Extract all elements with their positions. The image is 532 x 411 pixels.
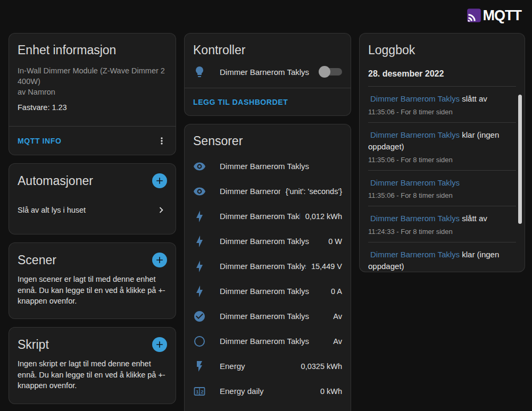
sensors-card: Sensorer Dimmer Barnerom Taklys Dimme [184,124,351,411]
sensors-title: Sensorer [193,134,342,148]
lightbulb-icon [193,65,206,78]
sensor-value: 15,449 V [306,262,342,271]
sensor-row[interactable]: Energy 0,0325 kWh [193,354,342,379]
sensor-value: Av [328,312,342,321]
sensor-row[interactable]: Dimmer Barnerom Taklys 0 A [193,279,342,304]
sensor-name: Dimmer Barnerom Taklys [220,312,309,321]
sensor-value: Av [328,337,342,346]
sensor-row[interactable]: Dimmer Barnerom Taklys 15,449 V [193,254,342,279]
sensor-value: 0,0325 kWh [296,362,342,371]
add-scene-button[interactable] [152,253,167,267]
chevron-right-icon [155,204,167,216]
automations-card: Automasjoner Slå av alt lys i huset [9,163,176,234]
dots-vertical-icon [156,136,167,146]
sensor-row[interactable]: Dimmer Barnerom Taklys Av [193,329,342,354]
controls-footer: LEGG TIL DASHBORDET [185,88,351,115]
logbook-card: Loggbok 28. desember 2022 Dimmer Barnero… [359,33,525,272]
logbook-time: 11:35:06 - For 8 timer siden [368,156,516,164]
svg-text:2: 2 [201,389,203,395]
sensor-row[interactable]: Dimmer Barnerom... {'unit': 'seconds'} [193,179,342,204]
sensor-name: Dimmer Barnerom Taklys [220,287,309,296]
device-info-card: Enhet informasjon In-Wall Dimmer Module … [9,33,176,155]
logbook-entity-link[interactable]: Dimmer Barnerom Taklys [368,250,460,259]
right-column: Loggbok 28. desember 2022 Dimmer Barnero… [359,33,525,272]
sensor-name: Dimmer Barnerom Taklys [220,162,309,171]
sensor-name: Dimmer Barnerom Taklys [220,337,309,346]
automations-title: Automasjoner [18,174,93,188]
scripts-title: Skript [18,338,49,352]
flash-icon [193,360,206,373]
svg-text:1: 1 [196,389,199,395]
sensor-value: 0,012 kWh [300,212,342,221]
sensor-value: 0 W [323,237,342,246]
mqtt-brand-icon [467,8,481,23]
logbook-entity-link[interactable]: Dimmer Barnerom Taklys [368,94,460,103]
lightning-bolt-icon [193,260,206,273]
automation-item[interactable]: Slå av alt lys i huset [18,204,167,216]
scripts-empty-text: Ingen skript er lagt til med denne enhet… [18,358,167,391]
plus-icon [154,255,165,265]
sensor-row[interactable]: Dimmer Barnerom Taklys [193,154,342,179]
sensor-name: Dimmer Barnerom Taklys [220,237,309,246]
lightning-bolt-icon [193,235,206,248]
sensor-value: {'unit': 'seconds'} [280,187,342,196]
logbook-entry: Dimmer Barnerom Taklys klar (ingen oppda… [368,242,516,273]
device-page: Enhet informasjon In-Wall Dimmer Module … [0,31,532,411]
device-model: In-Wall Dimmer Module (Z-Wave Dimmer 2 4… [18,65,167,87]
eye-icon [193,160,206,173]
add-script-button[interactable] [152,337,167,352]
lightning-bolt-icon [193,210,206,223]
lightning-bolt-icon [193,285,206,298]
sensor-name: Dimmer Barnerom Taklys [220,212,300,221]
automation-label: Slå av alt lys i huset [18,206,86,214]
left-column: Enhet informasjon In-Wall Dimmer Module … [9,33,176,404]
sensor-name: Energy [220,362,245,371]
logbook-entity-link[interactable]: Dimmer Barnerom Taklys [368,178,460,187]
mqtt-logo-text: MQTT [483,7,521,24]
logbook-date: 28. desember 2022 [368,69,516,86]
plus-icon [154,339,165,350]
sensor-name: Dimmer Barnerom... [220,187,280,196]
device-firmware: Fastvare: 1.23 [18,103,167,112]
scenes-empty-text: Ingen scener er lagt til med denne enhet… [18,274,167,307]
scenes-card: Scener Ingen scener er lagt til med denn… [9,242,176,319]
sensor-row[interactable]: Dimmer Barnerom Taklys 0,012 kWh [193,204,342,229]
device-menu-button[interactable] [156,136,167,146]
logbook-entity-link[interactable]: Dimmer Barnerom Taklys [368,130,460,139]
logbook-entity-link[interactable]: Dimmer Barnerom Taklys [368,214,460,223]
logbook-entry: Dimmer Barnerom Taklys 11:35:06 - For 8 … [368,170,516,206]
top-bar: MQTT [0,0,532,31]
plus-icon [154,175,165,186]
scripts-card: Skript Ingen skript er lagt til med denn… [9,327,176,404]
logbook-time: 11:35:06 - For 8 timer siden [368,191,516,199]
control-row: Dimmer Barnerom Taklys [193,65,342,78]
controls-title: Kontroller [193,43,342,57]
counter-icon: 1 2 [193,385,206,398]
mqtt-logo: MQTT [467,7,521,24]
logbook-state: slått av [462,214,487,223]
sensor-value: 0 kWh [315,387,342,396]
mqtt-info-button[interactable]: MQTT INFO [18,137,61,145]
scenes-title: Scener [18,253,56,267]
check-circle-icon [193,310,206,323]
sensor-row[interactable]: Dimmer Barnerom Taklys 0 W [193,229,342,254]
logbook-time: 11:35:06 - For 8 timer siden [368,108,516,116]
eye-icon [193,185,206,198]
add-to-dashboard-button[interactable]: LEGG TIL DASHBORDET [193,98,288,106]
device-info-title: Enhet informasjon [18,43,167,57]
logbook-time: 11:24:33 - For 8 timer siden [368,228,516,236]
logbook-entry: Dimmer Barnerom Taklys slått av 11:35:06… [368,86,516,122]
sensor-name: Energy daily [220,387,264,396]
logbook-scrollbar[interactable] [518,95,522,224]
sensor-value: 0 A [326,287,342,296]
logbook-state: slått av [462,94,487,103]
controls-card: Kontroller Dimmer Barnerom Taklys LEGG T… [184,33,351,116]
sensor-row[interactable]: Dimmer Barnerom Taklys Av [193,304,342,329]
add-automation-button[interactable] [152,173,167,188]
logbook-entry: Dimmer Barnerom Taklys slått av 11:24:33… [368,206,516,242]
middle-column: Kontroller Dimmer Barnerom Taklys LEGG T… [184,33,351,411]
logbook-entry: Dimmer Barnerom Taklys klar (ingen oppda… [368,122,516,170]
light-toggle[interactable] [319,66,342,78]
sensor-row[interactable]: 1 2 Energy daily 0 kWh [193,379,342,404]
device-info-footer: MQTT INFO [9,126,176,155]
